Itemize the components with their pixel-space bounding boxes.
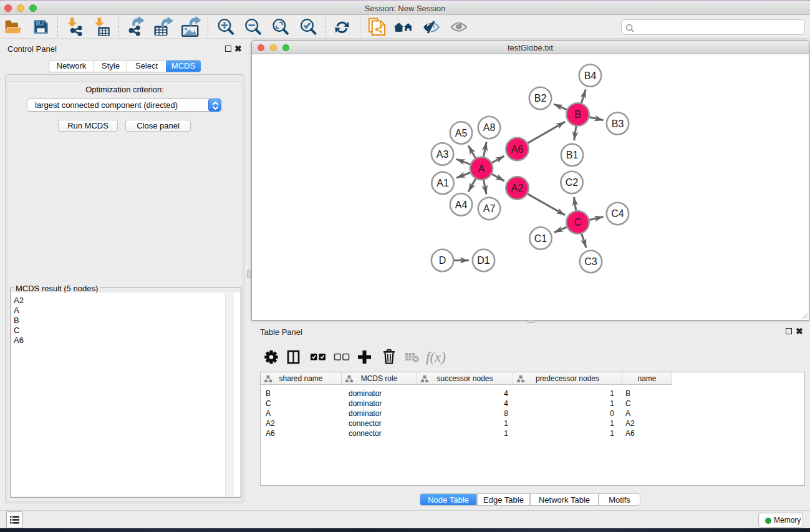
svg-text:A1: A1 <box>436 178 449 188</box>
svg-text:B4: B4 <box>584 70 597 81</box>
svg-text:D: D <box>439 255 446 266</box>
svg-text:A6: A6 <box>511 144 524 155</box>
svg-text:f(x): f(x) <box>426 349 446 365</box>
svg-text:A4: A4 <box>455 200 468 210</box>
svg-text:A: A <box>478 163 485 174</box>
svg-text:C1: C1 <box>534 233 547 244</box>
svg-text:A8: A8 <box>483 122 496 133</box>
svg-text:B3: B3 <box>612 118 624 129</box>
svg-text:A2: A2 <box>511 183 524 193</box>
svg-text:B2: B2 <box>534 93 547 104</box>
svg-text:C3: C3 <box>584 256 597 267</box>
svg-text:C2: C2 <box>566 177 579 188</box>
svg-text:A5: A5 <box>455 128 468 138</box>
svg-text:A7: A7 <box>483 203 496 214</box>
svg-text:C4: C4 <box>611 208 624 219</box>
svg-text:B1: B1 <box>566 150 579 160</box>
svg-text:A3: A3 <box>436 149 449 160</box>
svg-text:B: B <box>574 109 581 120</box>
svg-text:C: C <box>574 217 582 228</box>
svg-text:D1: D1 <box>477 255 490 266</box>
